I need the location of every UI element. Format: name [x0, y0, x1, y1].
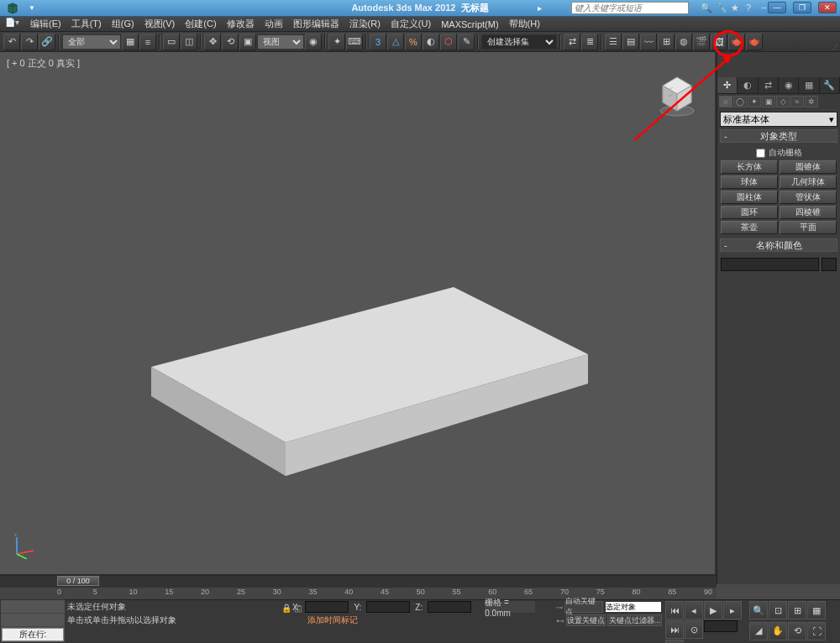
render-setup-button[interactable]: 🎬 — [693, 34, 710, 50]
autogrid-checkbox[interactable]: 自动栅格 — [721, 145, 837, 160]
btn-cylinder[interactable]: 圆柱体 — [721, 191, 778, 204]
mirror-button[interactable]: ⇄ — [564, 34, 580, 50]
btn-geosphere[interactable]: 几何球体 — [780, 175, 837, 189]
menu-tools[interactable]: 工具(T) — [66, 18, 107, 30]
btn-tube[interactable]: 管状体 — [780, 191, 837, 204]
time-config-button[interactable]: ⊞ — [665, 640, 684, 643]
schematic-view-button[interactable]: ⊞ — [658, 34, 675, 50]
tab-display[interactable]: ▦ — [799, 77, 819, 93]
material-editor-button[interactable]: ◍ — [675, 34, 692, 50]
menu-prefix-icon-1[interactable]: 📄 — [5, 18, 13, 29]
zoom-button[interactable]: 🔍 — [749, 601, 768, 619]
auto-key-button[interactable]: 自动关键点 — [564, 601, 603, 613]
cat-spacewarps[interactable]: ≈ — [790, 96, 804, 107]
menu-views[interactable]: 视图(V) — [139, 18, 181, 30]
goto-start-button[interactable]: ⏮ — [665, 601, 684, 619]
cat-cameras[interactable]: ▣ — [762, 96, 775, 107]
key-icon[interactable]: 🔧 — [716, 3, 727, 14]
zoom-extents-all-button[interactable]: ▦ — [807, 601, 826, 619]
tab-modify[interactable]: ◐ — [738, 77, 758, 93]
select-region-button[interactable]: ▭ — [163, 34, 180, 50]
keyboard-shortcut-button[interactable]: ⌨ — [346, 34, 363, 50]
isolate-icon[interactable]: ◫ — [294, 604, 302, 613]
menu-help[interactable]: 帮助(H) — [504, 18, 545, 30]
align-button[interactable]: ≣ — [581, 34, 598, 50]
tab-hierarchy[interactable]: ⇄ — [759, 77, 779, 93]
help-search-input[interactable] — [571, 2, 689, 14]
pan-button[interactable]: ✋ — [769, 622, 787, 640]
object-color-swatch[interactable] — [822, 258, 837, 271]
select-object-button[interactable]: ▦ — [122, 34, 139, 50]
prev-frame-button[interactable]: ◂ — [685, 601, 703, 619]
layer-manager-button[interactable]: ☰ — [605, 34, 622, 50]
selection-filter-dropdown[interactable]: 全部 — [62, 34, 121, 50]
rendered-frame-button[interactable]: 🖼 — [711, 34, 727, 50]
set-key-button[interactable]: 设置关键点 — [566, 614, 606, 626]
binoculars-icon[interactable]: 🔍 — [701, 3, 712, 14]
close-button[interactable]: ✕ — [818, 2, 837, 13]
time-slider-track[interactable]: 0 / 100 — [0, 576, 717, 588]
teapot-render-button[interactable]: 🫖 — [746, 34, 763, 50]
link-button[interactable]: 🔗 — [39, 34, 55, 50]
redo-button[interactable]: ↷ — [21, 34, 38, 50]
select-manipulate-button[interactable]: ✦ — [328, 34, 345, 50]
cat-systems[interactable]: ✲ — [805, 96, 818, 107]
named-selection-dropdown[interactable]: 创建选择集 — [481, 34, 557, 50]
goto-end-button[interactable]: ⏭ — [665, 620, 684, 639]
time-slider-thumb[interactable]: 0 / 100 — [57, 576, 99, 586]
btn-sphere[interactable]: 球体 — [721, 175, 778, 189]
add-time-tag[interactable]: 添加时间标记 — [307, 614, 358, 626]
menu-animation[interactable]: 动画 — [260, 18, 288, 30]
spinner-snap-button[interactable]: ◐ — [423, 34, 439, 50]
btn-teapot[interactable]: 茶壶 — [721, 221, 778, 234]
next-frame-button[interactable]: ▸ — [723, 601, 742, 619]
btn-cone[interactable]: 圆锥体 — [780, 160, 837, 174]
edit-named-sel-button[interactable]: ✎ — [458, 34, 475, 50]
rollout-name-color[interactable]: -名称和颜色 — [720, 238, 837, 252]
quick-access-dropdown[interactable]: ▼ — [29, 4, 35, 12]
tab-utilities[interactable]: 🔧 — [820, 77, 840, 93]
y-coord-input[interactable] — [366, 601, 410, 613]
btn-box[interactable]: 长方体 — [721, 160, 778, 174]
edged-faces-button[interactable]: ⬡ — [440, 34, 457, 50]
maximize-button[interactable]: ❐ — [793, 2, 811, 13]
key-lock-icon[interactable]: ⊸ — [556, 603, 563, 612]
curve-editor-button[interactable]: 〰 — [640, 34, 657, 50]
cat-geometry[interactable]: ○ — [719, 96, 732, 107]
menu-maxscript[interactable]: MAXScript(M) — [436, 19, 503, 29]
selection-lock-icon[interactable]: 🔒 — [281, 604, 291, 613]
geometry-type-dropdown[interactable]: 标准基本体▾ — [720, 112, 837, 127]
menu-customize[interactable]: 自定义(U) — [386, 18, 436, 30]
field-of-view-button[interactable]: ◢ — [749, 622, 768, 640]
current-frame-input[interactable] — [704, 620, 738, 632]
menu-create[interactable]: 创建(C) — [180, 18, 221, 30]
help-icon[interactable]: ? — [746, 3, 758, 14]
graphite-button[interactable]: ▤ — [622, 34, 639, 50]
btn-pyramid[interactable]: 四棱锥 — [780, 206, 837, 219]
object-name-input[interactable] — [721, 258, 819, 271]
reference-coord-dropdown[interactable]: 视图 — [257, 34, 304, 50]
viewport-label[interactable]: [ + 0 正交 0 真实 ] — [7, 57, 80, 70]
render-production-button[interactable]: 🫖 — [728, 34, 745, 50]
cat-helpers[interactable]: ◇ — [776, 96, 790, 107]
menu-edit[interactable]: 编辑(E) — [25, 18, 66, 30]
z-coord-input[interactable] — [428, 601, 471, 613]
set-key-icon[interactable]: ⊷ — [556, 616, 564, 625]
max-toggle-button[interactable]: ⛶ — [807, 622, 826, 640]
tab-create[interactable]: ✢ — [717, 77, 738, 93]
zoom-all-button[interactable]: ⊡ — [769, 601, 787, 619]
x-coord-input[interactable] — [305, 601, 349, 613]
cat-lights[interactable]: ✦ — [748, 96, 761, 107]
snap-toggle-button[interactable]: 3 — [370, 34, 386, 50]
minimize-button[interactable]: — — [768, 2, 786, 13]
tab-motion[interactable]: ◉ — [779, 77, 799, 93]
viewcube[interactable] — [656, 76, 698, 118]
select-by-name-button[interactable]: ≡ — [139, 34, 156, 50]
doc-dropdown-icon[interactable]: ▸ — [538, 3, 542, 13]
select-move-button[interactable]: ✥ — [204, 34, 221, 50]
percent-snap-button[interactable]: % — [405, 34, 422, 50]
undo-button[interactable]: ↶ — [3, 34, 20, 50]
btn-torus[interactable]: 圆环 — [721, 206, 778, 219]
viewport-perspective[interactable]: [ + 0 正交 0 真实 ] z — [0, 52, 717, 574]
angle-snap-button[interactable]: △ — [387, 34, 404, 50]
